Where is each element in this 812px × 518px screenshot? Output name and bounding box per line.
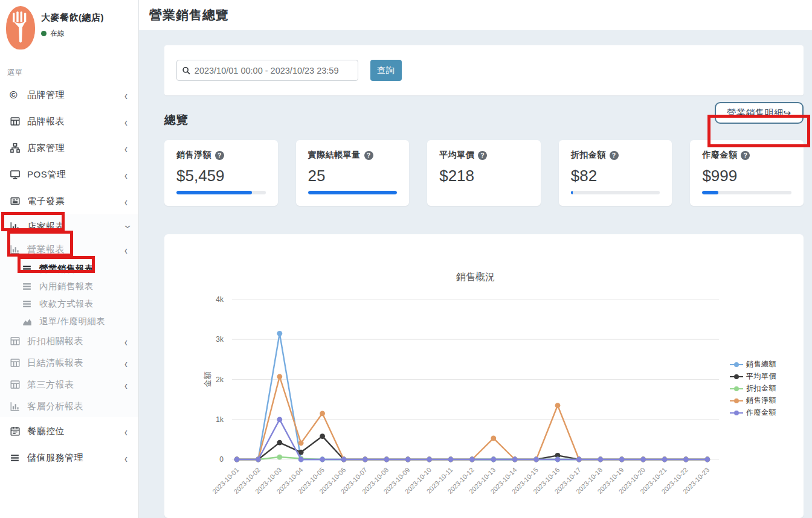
sidebar-item-label: 收款方式報表 <box>39 298 130 310</box>
sidebar-item-daily-close-reports[interactable]: 日結清帳報表‹ <box>0 352 138 374</box>
sidebar-menu: ©品牌管理‹品牌報表‹店家管理‹POS管理‹電子發票‹店家報表‹營業報表‹營業銷… <box>0 82 138 470</box>
sidebar-item-sales-sales-report[interactable]: 營業銷售報表 <box>0 260 138 278</box>
menu-icon <box>22 299 35 309</box>
sidebar-item-label: 店家報表 <box>27 221 124 232</box>
content-area: 查詢 總覽 營業銷售明細↪ 銷售淨額?$5,459實際結帳單量?25平均單價?$… <box>139 30 812 518</box>
legend-item-1[interactable]: 銷售總額 <box>730 359 776 369</box>
stat-card-value: 25 <box>308 167 398 185</box>
bar-chart-icon <box>10 244 23 255</box>
help-icon[interactable]: ? <box>741 151 750 160</box>
sales-overview-chart: 銷售概況金額01k2k3k4k2023-10-012023-10-022023-… <box>164 234 804 518</box>
chevron-left-icon: ‹ <box>124 450 127 465</box>
sidebar-item-label: 內用銷售報表 <box>39 281 130 292</box>
copyright-icon: © <box>10 90 23 100</box>
stat-card-value: $5,459 <box>176 167 266 185</box>
help-icon[interactable]: ? <box>478 151 487 160</box>
table-icon <box>10 116 23 127</box>
stat-progress-bar <box>571 191 660 194</box>
bar-chart-icon <box>10 401 23 412</box>
sidebar-item-pos-management[interactable]: POS管理‹ <box>0 161 138 188</box>
legend-item-4[interactable]: 銷售淨額 <box>730 395 776 406</box>
sidebar-item-payment-report[interactable]: 收款方式報表 <box>0 295 138 313</box>
sales-detail-button[interactable]: 營業銷售明細↪ <box>715 102 804 124</box>
stat-card-1: 銷售淨額?$5,459 <box>164 140 278 206</box>
chevron-left-icon: ‹ <box>124 114 127 129</box>
help-icon[interactable]: ? <box>215 151 224 160</box>
legend-label: 平均單價 <box>746 371 776 382</box>
restaurant-logo <box>6 6 35 50</box>
date-range-picker[interactable] <box>176 60 358 81</box>
stat-card-label: 作廢金額 <box>702 150 737 161</box>
sidebar-item-label: 儲值服務管理 <box>27 452 124 464</box>
sidebar-item-store-reports[interactable]: 店家報表‹ <box>0 214 138 238</box>
stat-card-3: 平均單價?$218 <box>427 140 541 206</box>
svg-text:3k: 3k <box>216 335 224 344</box>
fork-icon <box>10 11 31 44</box>
sidebar-item-label: POS管理 <box>27 169 124 181</box>
query-button[interactable]: 查詢 <box>370 60 402 81</box>
chevron-down-icon: ‹ <box>119 225 134 228</box>
hook-arrow-icon: ↪ <box>783 107 791 118</box>
sidebar-item-customer-analysis[interactable]: 客層分析報表 <box>0 395 138 417</box>
sidebar-item-label: 營業報表 <box>27 244 124 255</box>
svg-text:2k: 2k <box>216 376 224 384</box>
stat-card-5: 作廢金額?$999 <box>690 140 804 206</box>
menu-icon <box>22 281 35 292</box>
overview-section-title: 總覽 <box>164 112 804 128</box>
chevron-left-icon: ‹ <box>124 194 127 208</box>
online-status: 在線 <box>41 28 104 39</box>
chevron-left-icon: ‹ <box>124 424 127 438</box>
sidebar-item-table-control[interactable]: 餐廳控位‹ <box>0 417 138 445</box>
main-area: 營業銷售總覽 查詢 總覽 營業銷售明細↪ 銷售淨額?$5,45 <box>139 0 812 518</box>
svg-text:金額: 金額 <box>203 372 212 388</box>
sidebar-item-label: 客層分析報表 <box>27 401 130 412</box>
menu-icon <box>10 453 23 463</box>
sidebar-item-label: 電子發票 <box>27 196 124 207</box>
chevron-left-icon: ‹ <box>124 377 127 392</box>
online-status-icon <box>41 31 47 36</box>
area-chart-icon <box>22 316 35 327</box>
sidebar-item-store-management[interactable]: 店家管理‹ <box>0 135 138 161</box>
sidebar-item-sales-reports[interactable]: 營業報表‹ <box>0 238 138 260</box>
legend-item-5[interactable]: 作廢金額 <box>730 408 776 418</box>
sitemap-icon <box>10 142 23 153</box>
chevron-left-icon: ‹ <box>124 356 127 370</box>
legend-marker-icon <box>730 374 743 379</box>
legend-item-3[interactable]: 折扣金額 <box>730 383 776 394</box>
legend-label: 折扣金額 <box>746 383 776 394</box>
help-icon[interactable]: ? <box>610 151 619 160</box>
stat-card-2: 實際結帳單量?25 <box>296 140 410 206</box>
date-range-input[interactable] <box>195 66 353 75</box>
sidebar-item-e-invoice[interactable]: 電子發票‹ <box>0 188 138 214</box>
sidebar-item-label: 品牌報表 <box>27 116 124 127</box>
stat-card-value: $82 <box>571 167 660 185</box>
sidebar-item-brand-reports[interactable]: 品牌報表‹ <box>0 108 138 135</box>
sales-chart-card: 銷售概況金額01k2k3k4k2023-10-012023-10-022023-… <box>164 234 804 518</box>
bar-chart-icon <box>10 221 23 232</box>
sidebar-item-discount-reports[interactable]: 折扣相關報表‹ <box>0 330 138 352</box>
menu-section-label: 選單 <box>7 68 138 78</box>
stat-card-label: 銷售淨額 <box>176 150 211 161</box>
menu-icon <box>22 264 35 274</box>
monitor-icon <box>10 169 23 180</box>
sidebar-item-stored-value[interactable]: 儲值服務管理‹ <box>0 445 138 470</box>
sidebar-item-brand-management[interactable]: ©品牌管理‹ <box>0 82 138 108</box>
svg-text:1k: 1k <box>216 415 224 424</box>
legend-marker-icon <box>730 362 743 367</box>
help-icon[interactable]: ? <box>364 151 373 160</box>
date-filter-card: 查詢 <box>164 45 804 95</box>
legend-item-2[interactable]: 平均單價 <box>730 371 776 382</box>
sidebar-item-label: 折扣相關報表 <box>27 336 124 347</box>
legend-label: 銷售淨額 <box>746 395 776 406</box>
sidebar-item-dine-in-report[interactable]: 內用銷售報表 <box>0 278 138 295</box>
sidebar-item-refund-void-report[interactable]: 退單/作廢明細表 <box>0 313 138 330</box>
table-icon <box>10 336 23 347</box>
sidebar-item-label: 品牌管理 <box>27 89 124 101</box>
sidebar-item-third-party-reports[interactable]: 第三方報表‹ <box>0 374 138 395</box>
legend-marker-icon <box>730 411 743 415</box>
stat-card-label: 平均單價 <box>439 150 474 161</box>
sidebar-item-label: 退單/作廢明細表 <box>39 316 130 327</box>
svg-text:銷售概況: 銷售概況 <box>456 272 495 282</box>
table-icon <box>10 357 23 368</box>
sidebar-item-label: 第三方報表 <box>27 379 124 391</box>
